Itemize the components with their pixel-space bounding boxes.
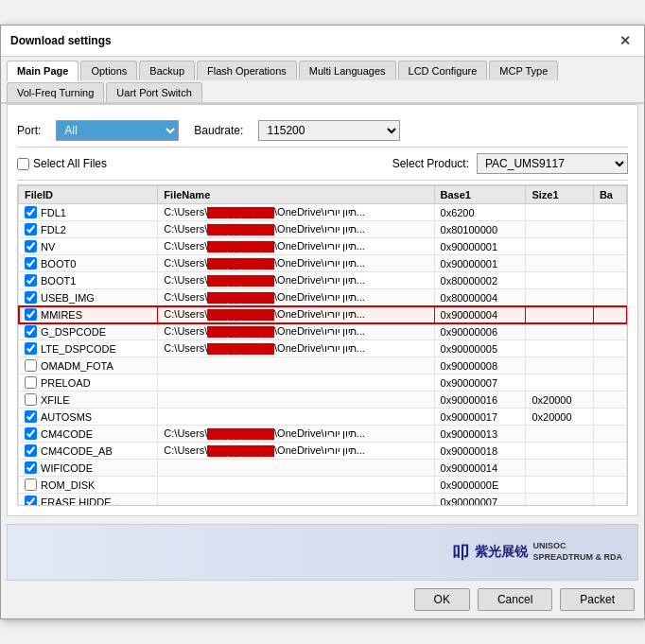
table-row: FDL1C:\Users\██████████\OneDrive\תיון יו… [19, 204, 627, 221]
footer-logo: 叩 紫光展锐 UNISOC SPREADTRUM & RDA [7, 524, 638, 581]
download-settings-window: Download settings ✕ Main Page Options Ba… [0, 25, 645, 619]
button-row: OK Cancel Packet [1, 581, 644, 618]
tab-backup[interactable]: Backup [139, 61, 195, 80]
logo-name: 紫光展锐 [475, 544, 528, 561]
cell-fileid: WIFICODE [19, 460, 158, 477]
row-checkbox[interactable] [25, 444, 37, 457]
cell-base1: 0x80000002 [434, 272, 526, 289]
row-checkbox[interactable] [25, 359, 37, 372]
table-row: OMADM_FOTA0x90000008 [19, 357, 627, 374]
cell-size1 [526, 272, 594, 289]
cell-ba [593, 374, 626, 392]
logo-icon: 叩 [452, 541, 469, 564]
cell-size1 [526, 323, 594, 340]
row-checkbox[interactable] [25, 291, 37, 304]
baudrate-label: Baudrate: [194, 124, 243, 137]
tab-options[interactable]: Options [80, 61, 137, 80]
cell-filename: C:\Users\██████████\OneDrive\תיון יוריו.… [158, 426, 434, 443]
ok-button[interactable]: OK [414, 588, 470, 611]
cell-size1 [526, 460, 594, 477]
cell-base1: 0x80000004 [434, 289, 526, 306]
col-header-ba: Ba [593, 186, 626, 204]
logo-container: 叩 紫光展锐 UNISOC SPREADTRUM & RDA [452, 541, 623, 564]
cell-filename: C:\Users\██████████\OneDrive\תיון יוריו.… [158, 289, 434, 306]
table-row: FDL2C:\Users\██████████\OneDrive\תיון יו… [19, 221, 627, 238]
file-table-container: FileID FileName Base1 Size1 Ba FDL1C:\Us… [17, 184, 628, 506]
cell-filename [158, 494, 434, 507]
logo-sub1: UNISOC [533, 541, 623, 552]
row-checkbox[interactable] [25, 342, 37, 355]
file-id-label: FDL2 [41, 224, 66, 235]
row-checkbox[interactable] [25, 240, 37, 252]
close-button[interactable]: ✕ [616, 31, 635, 50]
cell-filename: C:\Users\██████████\OneDrive\תיון יוריו.… [158, 204, 434, 221]
cell-size1 [526, 255, 594, 272]
row-checkbox[interactable] [25, 410, 37, 423]
cell-ba [593, 392, 626, 409]
cell-fileid: AUTOSMS [19, 409, 158, 426]
tab-flash-operations[interactable]: Flash Operations [197, 61, 297, 80]
cell-filename: C:\Users\██████████\OneDrive\תיון יוריו.… [158, 340, 434, 357]
cell-base1: 0x9000000E [434, 477, 526, 494]
cell-size1 [526, 204, 594, 221]
row-checkbox[interactable] [25, 257, 37, 270]
file-id-label: FDL1 [41, 207, 66, 218]
baudrate-select[interactable]: 115200 57600 38400 19200 [258, 120, 400, 141]
cell-filename: C:\Users\██████████\OneDrive\תיון יוריו.… [158, 272, 434, 289]
file-id-label: PRELOAD [41, 377, 91, 389]
row-checkbox[interactable] [25, 308, 37, 321]
port-baudrate-row: Port: All COM1 COM2 COM3 Baudrate: 11520… [17, 114, 628, 147]
table-row: XFILE0x900000160x20000 [19, 392, 627, 409]
cell-ba [593, 443, 626, 460]
packet-button[interactable]: Packet [560, 588, 635, 611]
row-checkbox[interactable] [25, 479, 37, 491]
select-product-container: Select Product: PAC_UMS9117 PAC_UMS9118 [392, 153, 628, 174]
cell-base1: 0x90000018 [434, 443, 526, 460]
table-row: AUTOSMS0x900000170x20000 [19, 409, 627, 426]
cell-base1: 0x90000014 [434, 460, 526, 477]
cell-base1: 0x90000007 [434, 494, 526, 507]
row-checkbox[interactable] [25, 427, 37, 440]
tab-uart-port[interactable]: Uart Port Switch [106, 82, 201, 102]
file-id-label: USEB_IMG [41, 292, 95, 304]
row-checkbox[interactable] [25, 393, 37, 406]
cell-base1: 0x90000001 [434, 255, 526, 272]
port-select[interactable]: All COM1 COM2 COM3 [56, 120, 179, 141]
cell-ba [593, 272, 626, 289]
file-id-label: G_DSPCODE [41, 326, 106, 338]
cell-filename: C:\Users\██████████\OneDrive\תיון יוריו.… [158, 323, 434, 340]
row-checkbox[interactable] [25, 496, 37, 506]
row-checkbox[interactable] [25, 274, 37, 287]
cell-base1: 0x90000007 [434, 374, 526, 392]
cell-size1: 0x20000 [526, 392, 594, 409]
col-header-base1: Base1 [434, 186, 526, 204]
product-select[interactable]: PAC_UMS9117 PAC_UMS9118 [477, 153, 628, 174]
window-title: Download settings [10, 34, 112, 47]
file-table-body: FDL1C:\Users\██████████\OneDrive\תיון יו… [19, 204, 627, 507]
select-all-checkbox[interactable] [17, 158, 29, 170]
row-checkbox[interactable] [25, 325, 37, 338]
cell-ba [593, 221, 626, 238]
cell-fileid: FDL1 [19, 204, 158, 221]
row-checkbox[interactable] [25, 206, 37, 218]
file-id-label: CM4CODE [41, 428, 93, 440]
tab-main-page[interactable]: Main Page [7, 61, 78, 82]
file-id-label: AUTOSMS [41, 411, 92, 423]
cancel-button[interactable]: Cancel [478, 588, 552, 611]
table-row: NVC:\Users\██████████\OneDrive\תיון יורי… [19, 238, 627, 255]
cell-base1: 0x90000005 [434, 340, 526, 357]
tab-lcd-configure[interactable]: LCD Configure [398, 61, 488, 80]
tab-multi-languages[interactable]: Multi Languages [299, 61, 396, 80]
table-row: WIFICODE0x90000014 [19, 460, 627, 477]
row-checkbox[interactable] [25, 223, 37, 235]
cell-fileid: ERASE HIDDE... [19, 494, 158, 507]
row-checkbox[interactable] [25, 461, 37, 474]
cell-size1 [526, 477, 594, 494]
tab-mcp-type[interactable]: MCP Type [489, 61, 558, 80]
file-id-label: BOOT0 [41, 258, 76, 270]
tab-vol-freq[interactable]: Vol-Freq Turning [7, 82, 104, 102]
row-checkbox[interactable] [25, 376, 37, 389]
cell-ba [593, 323, 626, 340]
title-bar: Download settings ✕ [1, 26, 644, 57]
cell-fileid: FDL2 [19, 221, 158, 238]
